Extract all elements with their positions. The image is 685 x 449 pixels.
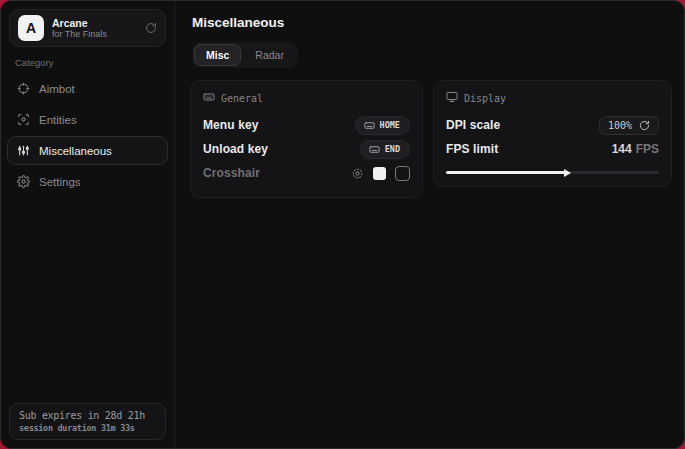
gear-icon xyxy=(16,175,30,188)
display-card-header: Display xyxy=(446,91,659,105)
category-label: Category xyxy=(15,57,174,68)
crosshair-icon xyxy=(16,82,30,95)
unload-key-binding[interactable]: END xyxy=(360,140,410,159)
brand-card: A Arcane for The Finals xyxy=(9,9,166,47)
unload-key-value: END xyxy=(385,144,400,154)
general-card: General Menu key HOME Unload key xyxy=(190,80,423,198)
sliders-icon xyxy=(16,144,30,157)
monitor-icon xyxy=(446,91,458,105)
refresh-icon[interactable] xyxy=(145,22,157,34)
brand-title: Arcane xyxy=(52,17,137,29)
sidebar-item-miscellaneous[interactable]: Miscellaneous xyxy=(7,136,168,165)
desktop-background: A Arcane for The Finals Category xyxy=(0,0,685,449)
sidebar-item-entities[interactable]: Entities xyxy=(7,105,168,134)
sidebar-nav: Aimbot Entities xyxy=(1,74,174,196)
display-card: Display DPI scale 100% FPS limit xyxy=(433,80,672,187)
sidebar-item-label: Settings xyxy=(39,176,81,188)
tab-misc[interactable]: Misc xyxy=(194,44,241,66)
fps-unit: FPS xyxy=(636,142,659,156)
dpi-scale-value: 100% xyxy=(608,120,632,131)
rotate-refresh-icon xyxy=(639,120,650,131)
arcane-window: A Arcane for The Finals Category xyxy=(0,0,685,449)
dpi-scale-row: DPI scale 100% xyxy=(446,113,659,137)
fps-slider-fill xyxy=(446,171,565,174)
keyboard-icon xyxy=(369,144,380,155)
cards-row: General Menu key HOME Unload key xyxy=(190,80,672,198)
fps-limit-value: 144FPS xyxy=(612,142,659,156)
sidebar-item-label: Aimbot xyxy=(39,83,75,95)
fps-number: 144 xyxy=(612,142,632,156)
tab-bar: Misc Radar xyxy=(192,42,298,68)
keyboard-icon xyxy=(364,120,375,131)
sidebar-item-label: Entities xyxy=(39,114,77,126)
fps-limit-row: FPS limit 144FPS xyxy=(446,137,659,161)
crosshair-settings-gear-icon[interactable] xyxy=(351,167,364,180)
tab-radar[interactable]: Radar xyxy=(243,44,296,66)
crosshair-label: Crosshair xyxy=(203,166,260,180)
brand-subtitle: for The Finals xyxy=(52,29,137,39)
crosshair-color-swatch[interactable] xyxy=(373,167,386,180)
sidebar-item-settings[interactable]: Settings xyxy=(7,167,168,196)
crosshair-preview-box[interactable] xyxy=(395,166,410,181)
unload-key-label: Unload key xyxy=(203,142,268,156)
main-content: Miscellaneous Misc Radar General xyxy=(175,1,685,448)
subscription-info-box: Sub expires in 28d 21h session duration … xyxy=(9,403,166,440)
dpi-scale-control[interactable]: 100% xyxy=(599,116,659,135)
menu-key-binding[interactable]: HOME xyxy=(355,116,410,135)
avatar: A xyxy=(18,15,44,41)
page-title: Miscellaneous xyxy=(192,15,672,30)
fps-slider-thumb[interactable] xyxy=(564,169,571,177)
entities-icon xyxy=(16,113,30,126)
menu-key-value: HOME xyxy=(380,120,400,130)
session-duration-text: session duration 31m 33s xyxy=(19,423,156,433)
menu-key-row: Menu key HOME xyxy=(203,113,410,137)
general-card-header: General xyxy=(203,91,410,105)
fps-limit-label: FPS limit xyxy=(446,142,498,156)
menu-key-label: Menu key xyxy=(203,118,259,132)
display-card-title: Display xyxy=(464,93,506,104)
fps-limit-slider[interactable] xyxy=(446,171,659,174)
sidebar: A Arcane for The Finals Category xyxy=(1,1,175,448)
unload-key-row: Unload key END xyxy=(203,137,410,161)
sub-expiry-text: Sub expires in 28d 21h xyxy=(19,410,156,421)
sidebar-item-label: Miscellaneous xyxy=(39,145,112,157)
sidebar-item-aimbot[interactable]: Aimbot xyxy=(7,74,168,103)
brand-text: Arcane for The Finals xyxy=(52,17,137,39)
crosshair-row: Crosshair xyxy=(203,161,410,185)
general-card-title: General xyxy=(221,93,263,104)
keyboard-icon xyxy=(203,91,215,105)
crosshair-controls xyxy=(351,166,410,181)
dpi-scale-label: DPI scale xyxy=(446,118,500,132)
